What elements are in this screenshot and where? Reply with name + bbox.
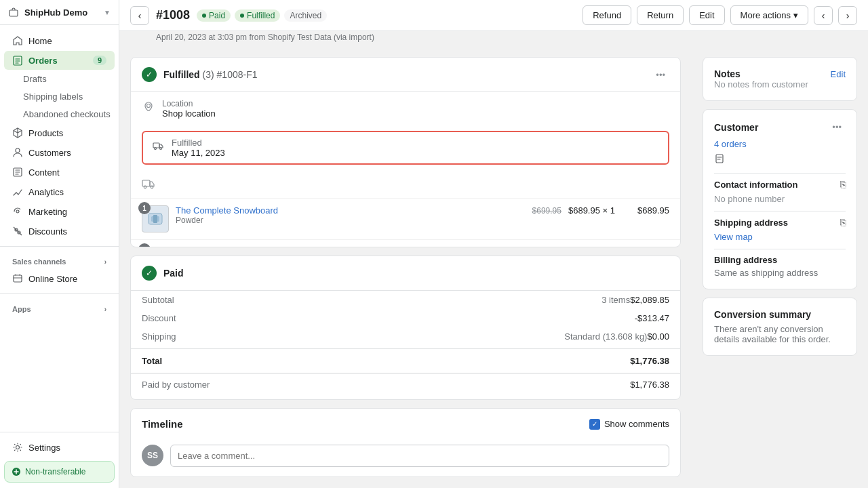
paid-badge-label: Paid [209,11,225,20]
store-selector[interactable]: ShipHub Demo ▼ [0,0,119,25]
comment-input[interactable] [170,445,669,467]
more-actions-button[interactable]: More actions ▾ [730,5,808,25]
settings-icon [12,442,23,453]
notes-edit-button[interactable]: Edit [831,69,846,79]
paid-title: Paid [163,268,184,279]
notes-card: Notes Edit No notes from customer [703,57,857,101]
archived-badge: Archived [284,9,327,22]
no-notes-text: No notes from customer [714,74,808,89]
more-actions-chevron-icon: ▾ [793,10,798,20]
shipping-address-title: Shipping address [714,218,840,228]
sidebar-item-abandoned-checkouts[interactable]: Abandoned checkouts [4,106,115,123]
view-map-link[interactable]: View map [714,232,846,242]
sidebar-item-orders[interactable]: Orders 9 [4,51,115,70]
svg-rect-0 [9,10,18,16]
sales-channels-label: Sales channels [12,258,66,266]
customer-menu-icon[interactable]: ••• [828,121,846,134]
conversion-summary-card: Conversion summary There aren't any conv… [703,298,857,356]
contact-title: Contact information [714,180,840,190]
svg-rect-21 [716,155,723,163]
product-1-pricing: $699.95 $689.95 × 1 $689.95 [532,205,669,216]
show-comments-checkbox[interactable]: ✓ [589,419,600,430]
non-transferable-label: Non-transferable [25,467,85,476]
product-2-info: The Complete Snowboard Electric [176,247,561,247]
svg-point-11 [160,148,162,150]
fulfilled-id: #1008-F1 [217,69,258,80]
summary-paid-by-row: Paid by customer $1,776.38 [131,373,680,399]
topbar-actions: Refund Return Edit More actions ▾ ‹ › [583,5,857,25]
home-icon [12,35,23,46]
product-1-name[interactable]: The Complete Snowboard [176,205,278,216]
sidebar-item-analytics[interactable]: Analytics [4,182,115,201]
apps-section[interactable]: Apps › [0,300,119,316]
subtotal-value: $2,089.85 [630,295,669,305]
timeline-title: Timeline [142,418,589,430]
sidebar-item-content-label: Content [28,167,106,178]
fulfilled-status-label: Fulfilled [172,138,660,148]
analytics-icon [12,186,23,197]
product-2-name[interactable]: The Complete Snowboard [176,247,278,247]
timeline-card: Timeline ✓ Show comments SS [130,408,681,477]
sidebar-item-home[interactable]: Home [4,31,115,50]
sidebar-item-marketing-label: Marketing [28,207,106,217]
svg-rect-12 [142,180,150,186]
shipping-copy-icon[interactable]: ⎘ [840,217,846,228]
edit-button[interactable]: Edit [689,5,724,25]
sidebar-item-shipping-labels[interactable]: Shipping labels [4,88,115,105]
discount-label: Discount [142,313,635,323]
user-avatar: SS [142,445,163,466]
sidebar-item-products[interactable]: Products [4,123,115,142]
product-2-total: $1,399.90 [622,247,669,247]
summary-shipping-row: Shipping Standard (13.608 kg) $0.00 [131,327,680,346]
svg-point-6 [16,446,20,449]
paid-by-label: Paid by customer [142,380,630,390]
svg-rect-9 [153,143,159,148]
show-comments-label: Show comments [604,419,669,429]
fulfilled-menu-icon[interactable]: ••• [652,68,669,81]
prev-order-button[interactable]: ‹ [814,6,833,25]
location-content: Location Shop location [162,99,669,119]
main-content: ‹ #1008 Paid Fulfilled Archived Refund R… [119,0,868,488]
customer-title: Customer [714,122,828,133]
location-value: Shop location [162,108,669,119]
product-2-price-qty: $699.95 × 2 [568,247,615,247]
sidebar-item-drafts[interactable]: Drafts [4,70,115,87]
next-order-button[interactable]: › [838,6,857,25]
shipping-truck-icon [142,176,155,190]
fulfilled-title-text: Fulfilled [163,69,200,80]
location-row: Location Shop location [131,92,680,125]
shipping-mid: Standard (13.608 kg) [564,331,647,342]
product-1-original-price: $699.95 [532,206,561,216]
sidebar-item-customers[interactable]: Customers [4,143,115,162]
sidebar-item-orders-label: Orders [28,56,87,66]
total-value: $1,776.38 [630,356,669,366]
return-button[interactable]: Return [637,5,684,25]
sidebar-item-content[interactable]: Content [4,163,115,182]
sidebar-item-discounts[interactable]: Discounts [4,222,115,241]
product-2-pricing: $699.95 × 2 $1,399.90 [568,247,669,247]
subtotal-mid: 3 items [601,295,630,305]
paid-dot-icon [202,14,206,18]
refund-button[interactable]: Refund [583,5,631,25]
order-subtitle: April 20, 2023 at 3:03 pm from Shopify T… [119,31,868,46]
summary-total-row: Total $1,776.38 [131,348,680,373]
back-button[interactable]: ‹ [130,6,149,25]
fulfilled-status-date: May 11, 2023 [172,148,660,158]
customer-orders-link[interactable]: 4 orders [714,139,747,149]
sales-channels-section[interactable]: Sales channels › [0,252,119,268]
paid-badge: Paid [197,9,231,22]
location-label: Location [162,99,669,108]
products-icon [12,127,23,138]
truck-icon-row [131,170,680,198]
svg-point-8 [147,104,151,108]
show-comments-control[interactable]: ✓ Show comments [589,419,669,430]
sidebar-item-online-store[interactable]: Online Store [4,269,115,288]
product-1-image: 1 [142,205,169,232]
sidebar-item-marketing[interactable]: Marketing [4,202,115,221]
fulfilled-card-title: Fulfilled (3) #1008-F1 [163,69,645,80]
fulfilled-header: ✓ Fulfilled (3) #1008-F1 ••• [131,58,680,92]
product-1-quantity-badge: 1 [138,202,151,214]
sidebar-item-settings[interactable]: Settings [4,438,115,457]
marketing-icon [12,206,23,217]
copy-icon[interactable]: ⎘ [840,179,846,190]
